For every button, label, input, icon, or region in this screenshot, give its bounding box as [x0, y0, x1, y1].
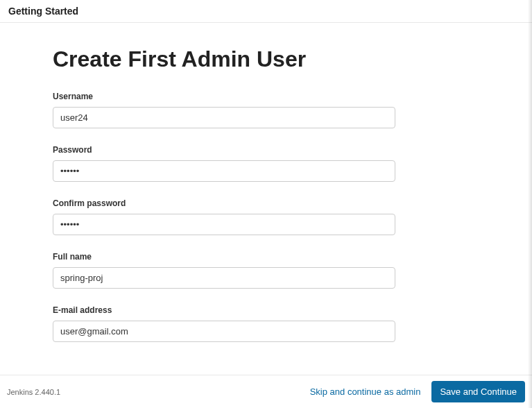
- username-input[interactable]: [53, 107, 395, 128]
- email-label: E-mail address: [53, 305, 479, 315]
- footer-version: Jenkins 2.440.1: [7, 388, 60, 396]
- form-group-email: E-mail address: [53, 305, 479, 342]
- form-group-username: Username: [53, 92, 479, 128]
- form-group-confirm-password: Confirm password: [53, 198, 479, 235]
- save-and-continue-button[interactable]: Save and Continue: [431, 381, 525, 402]
- username-label: Username: [53, 92, 479, 101]
- header-title: Getting Started: [8, 6, 524, 17]
- password-label: Password: [53, 145, 479, 155]
- skip-and-continue-link[interactable]: Skip and continue as admin: [310, 386, 421, 397]
- page-title: Create First Admin User: [53, 46, 479, 72]
- confirm-password-label: Confirm password: [53, 198, 479, 208]
- content: Create First Admin User Username Passwor…: [0, 23, 532, 377]
- form-group-password: Password: [53, 145, 479, 182]
- footer: Jenkins 2.440.1 Skip and continue as adm…: [0, 375, 532, 408]
- form-group-full-name: Full name: [53, 252, 479, 289]
- header: Getting Started: [0, 0, 532, 23]
- confirm-password-input[interactable]: [53, 214, 395, 235]
- full-name-input[interactable]: [53, 267, 395, 289]
- footer-actions: Skip and continue as admin Save and Cont…: [310, 381, 525, 402]
- password-input[interactable]: [53, 160, 395, 182]
- email-input[interactable]: [53, 321, 395, 342]
- full-name-label: Full name: [53, 252, 479, 262]
